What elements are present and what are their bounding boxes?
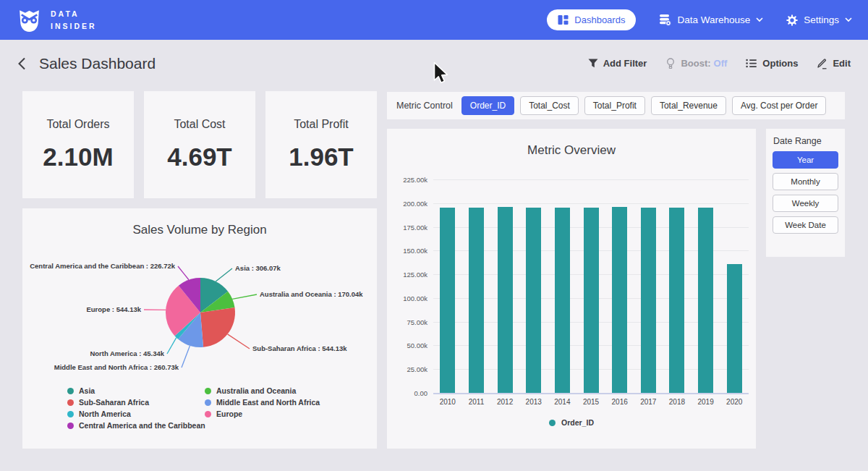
pie-legend-item-australia-and-oceania[interactable]: Australia and Oceania: [205, 385, 320, 396]
bar-slot: [433, 179, 462, 393]
metric-overview-card: Metric Overview 225.00k200.00k175.00k150…: [387, 129, 756, 449]
data-warehouse-label: Data Warehouse: [677, 14, 750, 25]
nav-menu: Dashboards Data Warehouse: [547, 9, 852, 30]
x-axis-tick: 2010: [433, 398, 462, 406]
bar-slot: [663, 179, 692, 393]
add-filter-label: Add Filter: [603, 58, 647, 69]
boost-label: Boost:: [681, 58, 710, 69]
metric-option-total-revenue[interactable]: Total_Revenue: [651, 96, 726, 115]
page-title: Sales Dashboard: [39, 55, 156, 72]
pie-legend-item-europe[interactable]: Europe: [205, 408, 320, 420]
top-navbar: DATA INSIDER Dashboards: [0, 0, 868, 40]
kpi-card-total-profit[interactable]: Total Profit1.96T: [265, 91, 377, 198]
bar-chart-title: Metric Overview: [387, 143, 756, 158]
metric-control-bar: Metric Control Order_IDTotal_CostTotal_P…: [387, 92, 845, 119]
legend-label: Europe: [216, 410, 242, 418]
pie-legend-item-north-america[interactable]: North America: [67, 408, 205, 420]
legend-dot: [67, 388, 74, 394]
kpi-label: Total Cost: [174, 118, 225, 131]
bar-2018[interactable]: [669, 208, 684, 393]
options-button[interactable]: Options: [746, 58, 798, 69]
date-range-option-monthly[interactable]: Monthly: [773, 173, 838, 190]
pie-slice-label: Europe : 544.13k: [86, 305, 141, 313]
kpi-label: Total Orders: [46, 118, 109, 131]
y-axis-tick: 200.00k: [390, 200, 427, 208]
bar-2011[interactable]: [469, 208, 484, 393]
pie-legend-item-middle-east-and-north-africa[interactable]: Middle East and North Africa: [205, 396, 320, 408]
bar-slot: [548, 179, 577, 393]
x-axis-tick: 2013: [519, 398, 548, 406]
date-range-panel: Date Range YearMonthlyWeeklyWeek Date: [766, 129, 845, 257]
pie-label-connector: [182, 346, 190, 368]
metric-option-total-profit[interactable]: Total_Profit: [584, 96, 645, 115]
bar-2013[interactable]: [526, 208, 541, 393]
pie-slice-label: Middle East and North Africa : 260.73k: [54, 363, 179, 371]
header-actions: Add Filter Boost: Off Options: [588, 58, 851, 69]
pie-legend-item-asia[interactable]: Asia: [67, 385, 205, 396]
bar-slot: [720, 179, 749, 393]
y-axis-tick: 175.00k: [390, 224, 427, 232]
bar-slot: [692, 179, 720, 393]
add-filter-button[interactable]: Add Filter: [588, 58, 647, 69]
filter-funnel-icon: [588, 59, 598, 68]
pie-slice-label: Central America and the Caribbean : 226.…: [30, 262, 176, 270]
bar-2020[interactable]: [727, 264, 742, 393]
legend-label: Central America and the Caribbean: [79, 421, 205, 430]
bar-chart-legend[interactable]: Order_ID: [387, 418, 756, 427]
brand-line2: INSIDER: [51, 20, 97, 32]
x-axis-tick: 2012: [490, 398, 519, 406]
legend-dot: [205, 411, 211, 417]
x-axis-tick: 2018: [663, 398, 692, 406]
bar-slot: [519, 179, 548, 393]
pie-label-connector: [178, 266, 189, 280]
bar-series: [433, 179, 749, 393]
date-range-buttons: YearMonthlyWeeklyWeek Date: [773, 151, 838, 234]
pie-legend-item-central-america-and-the-caribbean[interactable]: Central America and the Caribbean: [67, 420, 205, 431]
legend-label: Order_ID: [561, 418, 594, 427]
chevron-down-icon: [845, 17, 852, 22]
metric-option-order-id[interactable]: Order_ID: [461, 96, 514, 115]
y-axis-tick: 225.00k: [390, 176, 427, 184]
back-button[interactable]: [17, 57, 26, 70]
metric-option-avg-cost-per-order[interactable]: Avg. Cost per Order: [732, 96, 827, 115]
legend-dot: [205, 388, 211, 394]
bar-2017[interactable]: [641, 208, 656, 393]
pie-slice-label: Australia and Oceania : 170.04k: [260, 290, 363, 298]
edit-button[interactable]: Edit: [817, 58, 851, 69]
y-axis-tick: 50.00k: [390, 341, 427, 349]
dashboards-button[interactable]: Dashboards: [547, 9, 636, 30]
options-list-icon: [746, 59, 757, 68]
dashboards-grid-icon: [558, 14, 569, 25]
metric-control-label: Metric Control: [396, 101, 453, 111]
brand-line1: DATA: [51, 8, 97, 20]
x-axis-tick: 2017: [634, 398, 663, 406]
bar-2019[interactable]: [698, 208, 713, 393]
bar-2010[interactable]: [440, 208, 455, 393]
pie-slice-sub-saharan-africa[interactable]: [200, 307, 235, 347]
data-warehouse-menu[interactable]: Data Warehouse: [659, 14, 763, 26]
pie-label-connector: [167, 338, 176, 354]
metric-option-total-cost[interactable]: Total_Cost: [520, 96, 579, 115]
boost-toggle[interactable]: Boost: Off: [665, 58, 727, 69]
bar-slot: [490, 179, 519, 393]
y-axis-tick: 0.00: [390, 389, 427, 397]
legend-label: North America: [79, 410, 131, 418]
legend-label: Sub-Saharan Africa: [79, 398, 149, 407]
date-range-option-weekly[interactable]: Weekly: [773, 195, 838, 212]
gridline: [433, 393, 749, 394]
pie-legend-item-sub-saharan-africa[interactable]: Sub-Saharan Africa: [67, 396, 205, 408]
date-range-option-week-date[interactable]: Week Date: [773, 216, 838, 234]
bar-2014[interactable]: [555, 208, 570, 393]
bar-2015[interactable]: [584, 208, 599, 393]
x-axis-tick: 2019: [692, 398, 720, 406]
bar-2016[interactable]: [612, 207, 627, 393]
pie-slice-label: Asia : 306.07k: [235, 264, 281, 272]
kpi-card-total-orders[interactable]: Total Orders2.10M: [22, 91, 134, 198]
database-icon: [659, 14, 671, 26]
bar-2012[interactable]: [498, 207, 513, 393]
settings-menu[interactable]: Settings: [786, 14, 852, 26]
kpi-card-total-cost[interactable]: Total Cost4.69T: [144, 91, 255, 198]
date-range-option-year[interactable]: Year: [773, 151, 838, 169]
legend-dot: [67, 399, 74, 406]
x-axis-tick: 2020: [720, 398, 749, 406]
